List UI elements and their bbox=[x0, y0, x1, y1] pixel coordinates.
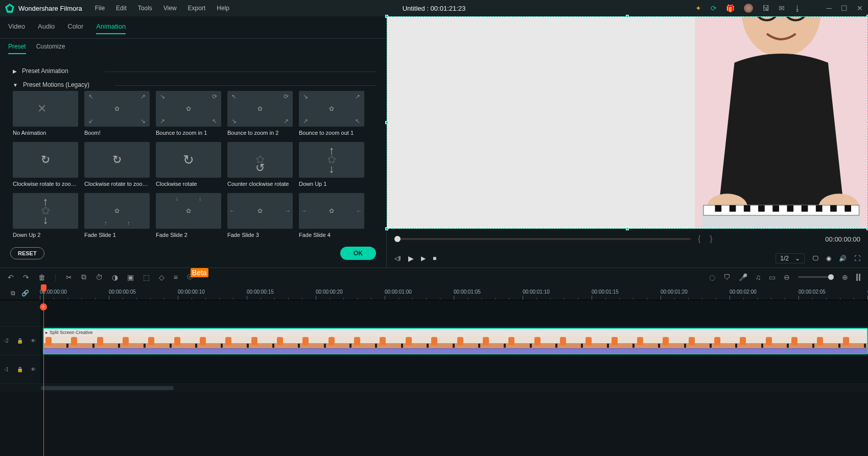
crop-icon[interactable]: ⧉ bbox=[81, 273, 86, 281]
mixer-icon[interactable]: ◌ bbox=[709, 273, 715, 281]
menu-view[interactable]: View bbox=[163, 5, 177, 12]
volume-icon[interactable]: 🔊 bbox=[839, 255, 847, 262]
timeline-scrollbar[interactable] bbox=[0, 384, 868, 392]
ruler-tick: 00:00:02:05 bbox=[799, 289, 826, 295]
tab-animation[interactable]: Animation bbox=[96, 22, 126, 34]
motion-fade-slide-2[interactable]: ✿↓↓ Fade Slide 2 bbox=[156, 193, 221, 238]
motion-bounce-zoom-out-1[interactable]: ✿↘↗↗↖ Bounce to zoom out 1 bbox=[299, 91, 364, 136]
voiceover-icon[interactable]: 🎤 bbox=[739, 273, 747, 281]
marker-shield-icon[interactable]: ⛉ bbox=[723, 273, 731, 281]
maximize-icon[interactable]: ☐ bbox=[841, 4, 848, 12]
zoom-fit-icon[interactable] bbox=[856, 274, 860, 281]
mark-out-icon[interactable]: } bbox=[710, 234, 712, 244]
adjust-icon[interactable]: ≡ bbox=[174, 273, 178, 281]
undo-icon[interactable]: ↶ bbox=[8, 273, 14, 281]
handle-bl[interactable] bbox=[385, 227, 388, 230]
motion-bounce-zoom-in-2[interactable]: ✿↖⟳↘↗ Bounce to zoom in 2 bbox=[227, 91, 293, 136]
save-icon[interactable]: 🖫 bbox=[762, 4, 769, 12]
color-icon[interactable]: ◑ bbox=[112, 273, 118, 281]
zoom-slider[interactable] bbox=[798, 276, 834, 278]
subtab-customize[interactable]: Customize bbox=[36, 43, 65, 54]
mark-in-icon[interactable]: { bbox=[698, 234, 700, 244]
motion-fade-slide-4[interactable]: ✿→← Fade Slide 4 bbox=[299, 193, 364, 238]
snapshot-icon[interactable]: ◉ bbox=[826, 255, 831, 262]
motion-no-animation[interactable]: ✕ No Animation bbox=[13, 91, 78, 136]
menu-edit[interactable]: Edit bbox=[116, 5, 127, 12]
speed-icon[interactable]: ⏱ bbox=[96, 273, 103, 281]
tab-video[interactable]: Video bbox=[8, 22, 25, 34]
tab-audio[interactable]: Audio bbox=[38, 22, 55, 34]
motion-down-up-2[interactable]: ✿↑↓ Down Up 2 bbox=[13, 193, 78, 238]
lock-icon[interactable]: 🔒 bbox=[17, 338, 23, 344]
preview-quality-dropdown[interactable]: 1/2 ⌄ bbox=[776, 253, 805, 263]
delete-icon[interactable]: 🗑 bbox=[38, 273, 45, 281]
handle-tl[interactable] bbox=[385, 15, 388, 18]
detach-icon[interactable]: ⬚ bbox=[143, 273, 150, 281]
visibility-icon[interactable]: 👁 bbox=[31, 338, 36, 344]
zoom-handle[interactable] bbox=[828, 274, 834, 280]
menu-file[interactable]: File bbox=[95, 5, 105, 12]
display-icon[interactable]: 🖵 bbox=[812, 255, 818, 262]
download-icon[interactable]: ⭳ bbox=[794, 4, 801, 12]
redo-icon[interactable]: ↷ bbox=[23, 273, 29, 281]
match-cut-icon[interactable]: ⧉ bbox=[11, 290, 15, 297]
preview-canvas[interactable] bbox=[387, 16, 868, 229]
motion-cw-rotate-zoom-1[interactable]: ✿↻ Clockwise rotate to zoo… bbox=[13, 142, 78, 187]
motion-boom[interactable]: ✿↖↗↙↘ Boom! bbox=[84, 91, 150, 136]
menu-help[interactable]: Help bbox=[217, 5, 229, 12]
motion-down-up-1[interactable]: ✿↑↓ Down Up 1 bbox=[299, 142, 364, 187]
progress-bar[interactable] bbox=[394, 238, 691, 240]
next-frame-icon[interactable]: ▶ bbox=[421, 255, 426, 262]
stop-icon[interactable]: ■ bbox=[433, 255, 436, 262]
progress-handle[interactable] bbox=[394, 236, 401, 242]
playhead-handle[interactable] bbox=[41, 284, 46, 292]
handle-ml[interactable] bbox=[385, 121, 388, 124]
reset-button[interactable]: RESET bbox=[10, 247, 44, 259]
menu-tools[interactable]: Tools bbox=[138, 5, 152, 12]
motion-bounce-zoom-in-1[interactable]: ✿↘⟳↗↖ Bounce to zoom in 1 bbox=[156, 91, 221, 136]
motion-ccw-rotate[interactable]: ✿↺ Counter clockwise rotate bbox=[227, 142, 293, 187]
sync-icon[interactable]: ⟳ bbox=[711, 4, 717, 12]
lock-icon[interactable]: 🔒 bbox=[17, 367, 23, 372]
gift-icon[interactable]: 🎁 bbox=[726, 4, 735, 12]
zoom-in-icon[interactable]: ⊕ bbox=[842, 273, 848, 281]
green-screen-icon[interactable]: ▣ bbox=[127, 273, 134, 281]
avatar-icon[interactable] bbox=[744, 4, 753, 13]
menu-export[interactable]: Export bbox=[188, 5, 206, 12]
prev-frame-icon[interactable]: ◁Ⅰ bbox=[394, 255, 401, 262]
visibility-icon[interactable]: 👁 bbox=[31, 367, 36, 372]
video-track-2: ▫2 🔒 👁 ▸Split Screen Creative bbox=[0, 327, 868, 355]
minimize-icon[interactable]: ─ bbox=[827, 4, 832, 12]
playhead-snap-icon[interactable]: ✧ bbox=[40, 303, 47, 310]
link-icon[interactable]: 🔗 bbox=[21, 290, 29, 297]
motion-cw-rotate[interactable]: ↻ Clockwise rotate bbox=[156, 142, 221, 187]
keyframe-icon[interactable]: ◇ bbox=[159, 273, 165, 281]
motion-fade-slide-3[interactable]: ✿←→ Fade Slide 3 bbox=[227, 193, 293, 238]
handle-bm[interactable] bbox=[626, 227, 629, 230]
svg-rect-15 bbox=[787, 205, 793, 212]
lightbulb-icon[interactable]: ✦ bbox=[695, 4, 701, 12]
track-body[interactable]: ▸Split Screen Creative bbox=[40, 327, 868, 355]
play-icon[interactable]: ▶ bbox=[408, 254, 414, 262]
video-clip[interactable]: ▸Split Screen Creative bbox=[43, 328, 868, 354]
track-body[interactable] bbox=[40, 355, 868, 383]
mail-icon[interactable]: ✉ bbox=[779, 4, 785, 12]
tab-color[interactable]: Color bbox=[67, 22, 83, 34]
fullscreen-icon[interactable]: ⛶ bbox=[854, 255, 860, 262]
motion-cw-rotate-zoom-2[interactable]: ✿↻ Clockwise rotate to zoo… bbox=[84, 142, 150, 187]
motion-fade-slide-1[interactable]: ✿↑↑ Fade Slide 1 bbox=[84, 193, 150, 238]
section-preset-animation[interactable]: ▶ Preset Animation bbox=[13, 63, 376, 79]
subtab-preset[interactable]: Preset bbox=[8, 43, 26, 54]
section-preset-motions[interactable]: ▼ Preset Motions (Legacy) bbox=[13, 77, 376, 92]
playhead[interactable]: ✧ bbox=[43, 286, 44, 456]
render-icon[interactable]: ▭ bbox=[769, 273, 776, 281]
audio-stretch-icon[interactable]: ⦾Beta bbox=[187, 273, 210, 281]
time-ruler[interactable]: 00:00:00:0000:00:00:0500:00:00:1000:00:0… bbox=[40, 286, 868, 300]
audio-mixer-icon[interactable]: ♫ bbox=[756, 273, 761, 281]
close-icon[interactable]: ✕ bbox=[857, 4, 863, 12]
scrollbar-thumb[interactable] bbox=[41, 386, 174, 390]
zoom-out-icon[interactable]: ⊖ bbox=[784, 273, 790, 281]
split-icon[interactable]: ✂ bbox=[66, 273, 72, 281]
ok-button[interactable]: OK bbox=[340, 247, 376, 260]
handle-tm[interactable] bbox=[626, 15, 629, 18]
